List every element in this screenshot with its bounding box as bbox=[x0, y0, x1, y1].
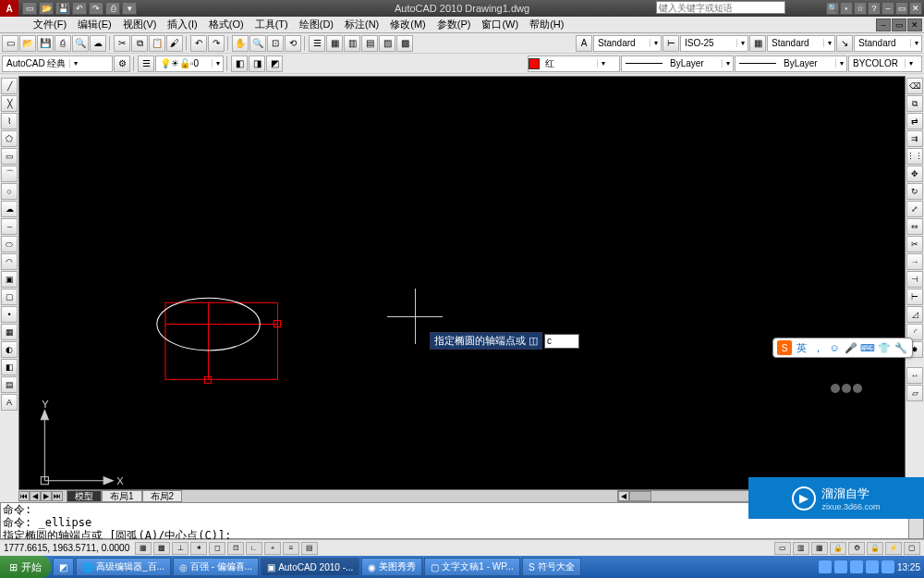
layer-match-icon[interactable]: ◩ bbox=[266, 55, 283, 72]
mleader-style-dropdown[interactable]: Standard▾ bbox=[854, 35, 922, 52]
ime-toolbar[interactable]: S 英 ， ☺ 🎤 ⌨ 👕 🔧 bbox=[772, 338, 913, 358]
window-minimize-icon[interactable]: – bbox=[881, 2, 894, 15]
polygon-icon[interactable]: ⬠ bbox=[1, 130, 18, 147]
arc-icon[interactable]: ⌒ bbox=[1, 166, 18, 182]
doc-restore-icon[interactable]: ▭ bbox=[892, 18, 906, 31]
ortho-toggle[interactable]: ⊥ bbox=[172, 542, 188, 555]
lwt-toggle[interactable]: ≡ bbox=[283, 542, 299, 555]
tab-first-icon[interactable]: ⏮ bbox=[18, 491, 30, 501]
table-style-icon[interactable]: ▦ bbox=[749, 35, 766, 52]
markup-icon[interactable]: ▨ bbox=[379, 35, 395, 52]
ime-voice-icon[interactable]: 🎤 bbox=[844, 340, 858, 355]
tray-clock[interactable]: 13:25 bbox=[897, 562, 920, 572]
mirror-icon[interactable]: ⇄ bbox=[906, 113, 923, 129]
layer-props-icon[interactable]: ☰ bbox=[138, 55, 154, 72]
scroll-left-icon[interactable]: ◀ bbox=[618, 491, 629, 501]
lineweight-dropdown[interactable]: ByLayer▾ bbox=[735, 55, 847, 72]
tab-layout1[interactable]: 布局1 bbox=[102, 490, 142, 502]
ime-lang-toggle[interactable]: 英 bbox=[794, 340, 808, 355]
break-icon[interactable]: ⊣ bbox=[906, 271, 923, 288]
tab-last-icon[interactable]: ⏭ bbox=[52, 491, 63, 501]
tray-icon[interactable] bbox=[881, 560, 894, 573]
hatch-icon[interactable]: ▦ bbox=[1, 324, 18, 340]
chamfer-icon[interactable]: ◿ bbox=[906, 306, 923, 323]
task-item[interactable]: ▢文字文稿1 - WP... bbox=[424, 558, 520, 576]
dynamic-input-field[interactable] bbox=[544, 334, 579, 349]
qat-dropdown-icon[interactable]: ▾ bbox=[122, 2, 137, 15]
doc-minimize-icon[interactable]: – bbox=[876, 18, 891, 31]
open-icon[interactable]: 📂 bbox=[19, 35, 36, 52]
new-icon[interactable]: ▭ bbox=[2, 35, 18, 52]
navigation-chip[interactable] bbox=[831, 384, 868, 397]
rotate-icon[interactable]: ↻ bbox=[906, 183, 923, 200]
task-item-active[interactable]: ▣AutoCAD 2010 -... bbox=[261, 558, 359, 576]
zoom-realtime-icon[interactable]: 🔍 bbox=[249, 35, 266, 52]
mtext-icon[interactable]: A bbox=[1, 394, 18, 411]
sogou-logo-icon[interactable]: S bbox=[777, 340, 792, 355]
menu-parametric[interactable]: 参数(P) bbox=[432, 16, 477, 33]
infocenter-subscription-icon[interactable]: ⋆ bbox=[840, 2, 853, 15]
infocenter-help-icon[interactable]: ? bbox=[868, 2, 881, 15]
extend-icon[interactable]: → bbox=[906, 253, 923, 270]
menu-insert[interactable]: 插入(I) bbox=[162, 16, 202, 33]
linetype-dropdown[interactable]: ByLayer▾ bbox=[621, 55, 734, 72]
ellipse-icon[interactable]: ⬭ bbox=[1, 236, 18, 252]
polyline-icon[interactable]: ⌇ bbox=[1, 113, 18, 129]
redo-icon[interactable]: ↷ bbox=[208, 35, 225, 52]
dim-style-icon[interactable]: ⊢ bbox=[663, 35, 679, 52]
window-close-icon[interactable]: ✕ bbox=[909, 2, 922, 15]
drawing-canvas[interactable]: Y X 指定椭圆的轴端点或 ◫ bbox=[18, 76, 906, 490]
clean-screen-icon[interactable]: ▢ bbox=[904, 542, 920, 555]
help-search-input[interactable] bbox=[656, 1, 785, 14]
tray-icon[interactable] bbox=[819, 560, 832, 573]
doc-close-icon[interactable]: ✕ bbox=[907, 18, 922, 31]
insert-block-icon[interactable]: ▣ bbox=[1, 271, 18, 288]
coordinate-display[interactable]: 1777.6615, 1963.5711, 0.0000 bbox=[4, 543, 133, 553]
annotation-scale-icon[interactable]: 🔒 bbox=[830, 542, 846, 555]
zoom-window-icon[interactable]: ⊡ bbox=[267, 35, 284, 52]
offset-icon[interactable]: ⇉ bbox=[906, 130, 923, 147]
dim-style-dropdown[interactable]: ISO-25▾ bbox=[680, 35, 748, 52]
menu-view[interactable]: 视图(V) bbox=[117, 16, 163, 33]
tab-model[interactable]: 模型 bbox=[67, 490, 102, 502]
menu-window[interactable]: 窗口(W) bbox=[476, 16, 524, 33]
match-props-icon[interactable]: 🖌 bbox=[166, 35, 183, 52]
qp-toggle[interactable]: ▤ bbox=[301, 542, 318, 555]
qat-new-icon[interactable]: ▭ bbox=[22, 2, 37, 15]
menu-draw[interactable]: 绘图(D) bbox=[294, 16, 339, 33]
quick-view-layouts-icon[interactable]: ▥ bbox=[793, 542, 809, 555]
quick-launch-icon[interactable]: ◩ bbox=[53, 558, 74, 576]
menu-dimension[interactable]: 标注(N) bbox=[339, 16, 384, 33]
start-button[interactable]: ⊞ 开始 bbox=[0, 556, 51, 578]
save-icon[interactable]: 💾 bbox=[37, 35, 54, 52]
ime-skin-icon[interactable]: 👕 bbox=[877, 340, 892, 355]
tab-prev-icon[interactable]: ◀ bbox=[30, 491, 41, 501]
gradient-icon[interactable]: ◐ bbox=[1, 341, 18, 358]
menu-modify[interactable]: 修改(M) bbox=[384, 16, 432, 33]
array-icon[interactable]: ⋮⋮ bbox=[906, 148, 923, 165]
copy-icon[interactable]: ⧉ bbox=[131, 35, 148, 52]
task-item[interactable]: ◎百强 - 偏偏喜... bbox=[173, 558, 259, 576]
area-icon[interactable]: ▱ bbox=[906, 385, 923, 401]
sheet-set-icon[interactable]: ▤ bbox=[361, 35, 378, 52]
layer-prev-icon[interactable]: ◨ bbox=[249, 55, 265, 72]
tab-layout2[interactable]: 布局2 bbox=[142, 490, 183, 502]
region-icon[interactable]: ◧ bbox=[1, 359, 18, 375]
snap-toggle[interactable]: ▦ bbox=[135, 542, 152, 555]
trim-icon[interactable]: ✂ bbox=[906, 236, 923, 252]
layer-iso-icon[interactable]: ◧ bbox=[231, 55, 248, 72]
text-style-icon[interactable]: A bbox=[576, 35, 592, 52]
task-item[interactable]: 🌐高级编辑器_百... bbox=[76, 558, 171, 576]
zoom-previous-icon[interactable]: ⟲ bbox=[285, 35, 301, 52]
tab-next-icon[interactable]: ▶ bbox=[41, 491, 52, 501]
qat-print-icon[interactable]: ⎙ bbox=[105, 2, 120, 15]
table-icon[interactable]: ▤ bbox=[1, 376, 18, 393]
rectangle-icon[interactable]: ▭ bbox=[1, 148, 18, 165]
tool-palettes-icon[interactable]: ▥ bbox=[344, 35, 360, 52]
quick-view-drawings-icon[interactable]: ▦ bbox=[811, 542, 828, 555]
qat-save-icon[interactable]: 💾 bbox=[55, 2, 70, 15]
infocenter-exchange-icon[interactable]: ☆ bbox=[854, 2, 867, 15]
properties-icon[interactable]: ☰ bbox=[309, 35, 325, 52]
spline-icon[interactable]: ～ bbox=[1, 218, 18, 235]
calc-icon[interactable]: ▩ bbox=[396, 35, 413, 52]
